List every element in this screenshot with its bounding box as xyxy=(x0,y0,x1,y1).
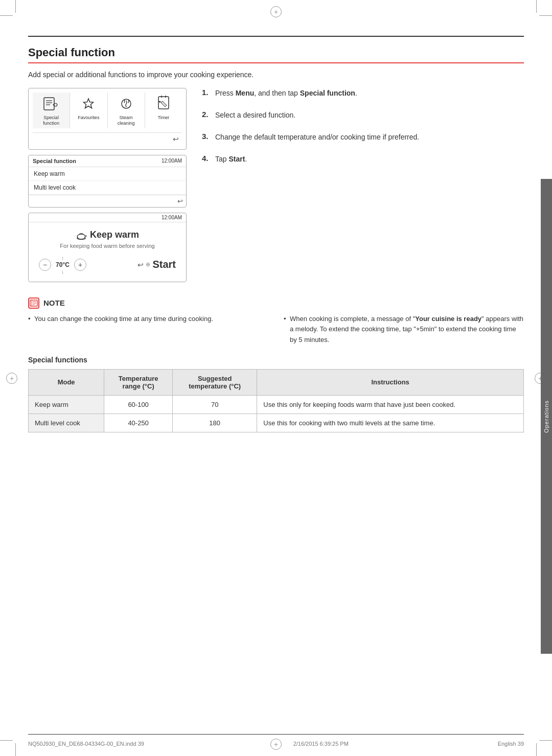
keepwarm-title: Keep warm xyxy=(76,230,139,241)
functions-table: Mode Temperaturerange (°C) Suggestedtemp… xyxy=(28,369,524,432)
steam-cleaning-icon xyxy=(117,95,135,113)
screen-back-arrow: ↩ xyxy=(137,261,144,269)
keep-warm-pot-icon xyxy=(76,230,87,241)
top-rule xyxy=(28,36,524,37)
note-bullet-1: You can change the cooking time at any t… xyxy=(28,314,268,325)
step-2-number: 2. xyxy=(202,110,211,121)
footer-file-info: NQ50J930_EN_DE68-04334G-00_EN.indd 39 xyxy=(28,741,144,747)
menu-icon-special-function[interactable]: Specialfunction xyxy=(33,93,70,128)
left-column: Specialfunction Favourites xyxy=(28,88,187,287)
footer-timestamp: 2/16/2015 6:39:25 PM xyxy=(293,741,349,747)
registration-mark-left xyxy=(6,373,17,384)
main-two-col: Specialfunction Favourites xyxy=(28,88,524,287)
menu-screen-inner: Specialfunction Favourites xyxy=(29,88,186,149)
step-1: 1. Press Menu, and then tap Special func… xyxy=(202,88,524,99)
temp-increase-btn[interactable]: + xyxy=(74,259,86,271)
note-bullet-2: When cooking is complete, a message of "… xyxy=(284,314,524,346)
start-label: Start xyxy=(152,259,176,270)
back-arrow-icon: ↩ xyxy=(173,135,179,143)
list-screen-time: 12:00AM xyxy=(162,158,182,164)
keepwarm-subtitle: For keeping food warm before serving xyxy=(60,243,154,249)
page-content: Special function Add special or addition… xyxy=(28,36,524,728)
operations-label: Operations xyxy=(543,400,549,433)
footer: NQ50J930_EN_DE68-04334G-00_EN.indd 39 2/… xyxy=(28,741,524,747)
special-function-label: Specialfunction xyxy=(43,115,59,126)
registration-mark-top xyxy=(270,6,282,17)
note-book-icon xyxy=(30,300,38,307)
temp-range-multi-level: 40-250 xyxy=(104,414,173,432)
note-label: NOTE xyxy=(43,299,65,307)
table-header-row: Mode Temperaturerange (°C) Suggestedtemp… xyxy=(29,369,524,395)
menu-icon-steam-cleaning[interactable]: Steamcleaning xyxy=(108,93,145,128)
step-1-text: Press Menu, and then tap Special functio… xyxy=(215,88,357,99)
instructions-keep-warm: Use this only for keeping foods warm tha… xyxy=(257,395,524,414)
temp-value: ↑ 70°C ↓ xyxy=(54,255,72,274)
crop-mark xyxy=(15,0,16,13)
note-icon xyxy=(28,297,39,309)
back-arrow-row: ↩ xyxy=(33,133,182,145)
temp-controls: − ↑ 70°C ↓ + xyxy=(39,255,86,274)
note-col-left: You can change the cooking time at any t… xyxy=(28,314,268,346)
right-column: 1. Press Menu, and then tap Special func… xyxy=(202,88,524,287)
table-section: Special functions Mode Temperaturerange … xyxy=(28,356,524,432)
suggested-temp-keep-warm: 70 xyxy=(173,395,257,414)
section-title: Special function xyxy=(28,46,524,59)
special-function-icon xyxy=(42,95,60,113)
favourites-label: Favourites xyxy=(78,115,99,120)
timer-label: Timer xyxy=(158,115,170,120)
operations-sidebar: Operations xyxy=(541,179,552,654)
note-col-right: When cooking is complete, a message of "… xyxy=(284,314,524,346)
steam-cleaning-label: Steamcleaning xyxy=(118,115,135,126)
start-button[interactable]: Start xyxy=(152,259,176,270)
mode-multi-level: Multi level cook xyxy=(29,414,104,432)
bottom-rule xyxy=(28,734,524,735)
footer-page-number: English 39 xyxy=(498,741,524,747)
timer-icon xyxy=(154,95,173,113)
title-rule xyxy=(28,62,524,63)
steps-list: 1. Press Menu, and then tap Special func… xyxy=(202,88,524,165)
step-4-text: Tap Start. xyxy=(215,154,247,165)
keepwarm-name: Keep warm xyxy=(90,230,139,240)
col-header-temp-range: Temperaturerange (°C) xyxy=(104,369,173,395)
menu-icon-favourites[interactable]: Favourites xyxy=(70,93,107,128)
temp-decrease-btn[interactable]: − xyxy=(39,259,51,271)
step-2: 2. Select a desired function. xyxy=(202,110,524,121)
note-section: NOTE You can change the cooking time at … xyxy=(28,297,524,346)
list-item-keep-warm[interactable]: Keep warm xyxy=(29,167,186,181)
step-2-text: Select a desired function. xyxy=(215,110,295,121)
svg-rect-0 xyxy=(44,98,54,110)
col-header-mode: Mode xyxy=(29,369,104,395)
list-screen-footer: ↩ xyxy=(29,195,186,207)
keepwarm-screen: 12:00AM Keep warm For keeping food warm xyxy=(28,213,187,282)
suggested-temp-multi-level: 180 xyxy=(173,414,257,432)
menu-screen: Specialfunction Favourites xyxy=(28,88,187,150)
menu-icon-timer[interactable]: Timer xyxy=(145,93,182,128)
temp-range-keep-warm: 60-100 xyxy=(104,395,173,414)
table-section-title: Special functions xyxy=(28,356,524,364)
screen-bookmark-icon: ⊕ xyxy=(146,261,150,268)
crop-mark xyxy=(0,15,13,16)
crop-mark xyxy=(539,15,552,16)
menu-icons-row: Specialfunction Favourites xyxy=(33,93,182,133)
step-3-number: 3. xyxy=(202,132,211,143)
list-screen-header: Special function 12:00AM xyxy=(29,155,186,167)
screen-bottom-controls: ↩ ⊕ Start xyxy=(137,259,176,270)
step-4-number: 4. xyxy=(202,154,211,165)
col-header-suggested-temp: Suggestedtemperature (°C) xyxy=(173,369,257,395)
note-two-col: You can change the cooking time at any t… xyxy=(28,314,524,346)
table-row: Multi level cook 40-250 180 Use this for… xyxy=(29,414,524,432)
list-item-multi-level-cook[interactable]: Multi level cook xyxy=(29,181,186,195)
table-row: Keep warm 60-100 70 Use this only for ke… xyxy=(29,395,524,414)
keepwarm-time: 12:00AM xyxy=(162,215,182,220)
crop-mark xyxy=(536,0,537,13)
list-screen: Special function 12:00AM Keep warm Multi… xyxy=(28,155,187,208)
favourites-icon xyxy=(79,95,98,113)
keepwarm-controls: − ↑ 70°C ↓ + ↩ ⊕ Start xyxy=(35,255,180,274)
mode-keep-warm: Keep warm xyxy=(29,395,104,414)
keepwarm-header: 12:00AM xyxy=(29,213,186,222)
step-1-number: 1. xyxy=(202,88,211,99)
crop-mark xyxy=(0,740,13,741)
crop-mark xyxy=(15,743,16,756)
col-header-instructions: Instructions xyxy=(257,369,524,395)
svg-point-8 xyxy=(77,234,85,239)
